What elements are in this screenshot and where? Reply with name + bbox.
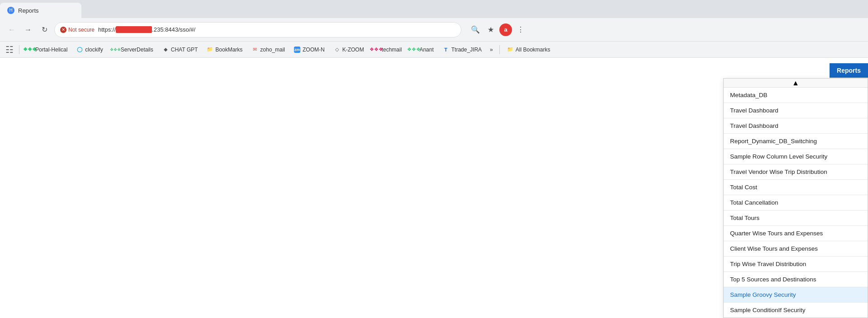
active-tab[interactable]: H Reports [0,3,81,18]
techmail-icon: ❖❖❖ [373,47,379,53]
portal-helical-label: Portal-Helical [35,47,67,53]
k-zoom-icon: ◇ [334,47,340,53]
not-secure-label: Not secure [68,27,95,33]
clockify-icon: ◯ [76,47,83,53]
dropdown-item-travel-vendor-wise[interactable]: Travel Vendor Wise Trip Distribution [724,164,868,180]
dropdown-item-total-tours[interactable]: Total Tours [724,210,868,226]
dropdown-item-sample-row-column[interactable]: Sample Row Column Level Security [724,149,868,164]
all-bookmarks-label: All Bookmarks [516,47,550,53]
dropdown-item-report-dynamic-db[interactable]: Report_Dynamic_DB_Switching [724,134,868,149]
bookmark-chat-gpt[interactable]: ◆ CHAT GPT [159,45,202,54]
sample-groovy-label: Sample Groovy Security [730,291,796,298]
top-5-sources-label: Top 5 Sources and Destinations [730,276,816,283]
profile-button[interactable]: a [499,23,512,36]
dropdown-item-sample-condition-if[interactable]: Sample ConditionIf Security [724,303,868,318]
travel-dashboard-1-label: Travel Dashboard [730,107,778,114]
bookmark-zoom-n[interactable]: zm ZOOM-N [290,45,328,54]
bookmark-bookmarks[interactable]: 📁 BookMarks [203,45,246,54]
anant-icon: ❖❖❖ [411,47,417,53]
bookmark-star-button[interactable]: ★ [484,23,498,37]
bookmark-zoho-mail[interactable]: ✉ zoho_mail [248,45,289,54]
zoho-mail-icon: ✉ [251,47,258,53]
bookmarks-label: BookMarks [215,47,242,53]
zoom-n-label: ZOOM-N [303,47,325,53]
tab-label: Reports [18,7,39,14]
client-wise-tours-label: Client Wise Tours and Expenses [730,245,818,252]
reports-dropdown: ▲ Metadata_DB Travel Dashboard Travel Da… [723,78,868,318]
bookmark-portal-helical[interactable]: ❖❖❖ Portal-Helical [23,45,71,54]
zoho-mail-label: zoho_mail [260,47,285,53]
trip-wise-travel-label: Trip Wise Travel Distribution [730,261,806,267]
travel-vendor-wise-label: Travel Vendor Wise Trip Distribution [730,168,827,175]
browser-chrome: H Reports ← → ↻ ✕ Not secure https:// .2… [0,0,868,58]
chat-gpt-label: CHAT GPT [171,47,198,53]
server-details-label: ServerDetails [121,47,153,53]
dropdown-item-trip-wise-travel[interactable]: Trip Wise Travel Distribution [724,257,868,272]
dropdown-item-travel-dashboard-2[interactable]: Travel Dashboard [724,118,868,134]
chatgpt-icon: ◆ [162,47,169,53]
k-zoom-label: K-ZOOM [342,47,364,53]
menu-button[interactable]: ⋮ [514,23,527,37]
dropdown-item-quarter-wise-tours[interactable]: Quarter Wise Tours and Expenses [724,226,868,241]
clockify-label: clockify [85,47,103,53]
sample-condition-if-label: Sample ConditionIf Security [730,307,806,313]
bookmark-techmail[interactable]: ❖❖❖ techmail [370,45,406,54]
search-button[interactable]: 🔍 [469,23,482,37]
dropdown-item-top-5-sources[interactable]: Top 5 Sources and Destinations [724,272,868,287]
total-tours-label: Total Tours [730,215,759,221]
ttrade-jira-label: Ttrade_JIRA [451,47,482,53]
dropdown-item-client-wise-tours[interactable]: Client Wise Tours and Expenses [724,241,868,257]
anant-label: Anant [419,47,433,53]
dropdown-item-sample-groovy[interactable]: Sample Groovy Security [724,287,868,303]
not-secure-badge: ✕ Not secure [60,27,95,33]
dropdown-item-metadata-db[interactable]: Metadata_DB [724,88,868,103]
bookmark-clockify[interactable]: ◯ clockify [73,45,106,54]
metadata-db-label: Metadata_DB [730,92,768,98]
not-secure-icon: ✕ [60,27,66,33]
ttrade-jira-icon: T [443,47,449,53]
bookmarks-bar: ☷ ❖❖❖ Portal-Helical ◯ clockify ❖❖❖ Serv… [0,42,868,58]
bookmark-anant[interactable]: ❖❖❖ Anant [407,45,437,54]
sample-row-column-label: Sample Row Column Level Security [730,153,827,160]
dropdown-scroll-up[interactable]: ▲ [724,79,868,88]
bookmarks-icon: 📁 [207,47,213,53]
nav-icons: 🔍 ★ a ⋮ [469,23,527,37]
quarter-wise-tours-label: Quarter Wise Tours and Expenses [730,230,823,237]
reload-button[interactable]: ↻ [38,23,51,36]
bookmark-server-details[interactable]: ❖❖❖ ServerDetails [109,45,157,54]
reports-button[interactable]: Reports [830,63,868,78]
apps-icon[interactable]: ☷ [5,44,14,55]
bookmark-ttrade-jira[interactable]: T Ttrade_JIRA [439,45,485,54]
zoom-n-icon: zm [294,47,300,53]
url-text: https:// .235:8443/sso/#/ [98,26,195,33]
dropdown-item-travel-dashboard-1[interactable]: Travel Dashboard [724,103,868,118]
scroll-up-icon: ▲ [792,79,799,87]
total-cost-label: Total Cost [730,184,757,191]
main-content: Reports ▲ Metadata_DB Travel Dashboard T… [0,58,868,318]
address-bar[interactable]: ✕ Not secure https:// .235:8443/sso/#/ [54,22,461,37]
nav-bar: ← → ↻ ✕ Not secure https:// .235:8443/ss… [0,18,868,42]
tab-favicon: H [7,7,14,14]
travel-dashboard-2-label: Travel Dashboard [730,122,778,129]
all-bookmarks-separator [499,45,500,54]
back-button[interactable]: ← [5,23,18,36]
total-cancellation-label: Total Cancellation [730,199,778,206]
tab-bar: H Reports [0,0,868,18]
all-bookmarks[interactable]: 📁 All Bookmarks [503,45,554,54]
dropdown-item-total-cancellation[interactable]: Total Cancellation [724,195,868,210]
dropdown-item-total-cost[interactable]: Total Cost [724,180,868,195]
more-bookmarks-button[interactable]: » [487,45,496,54]
report-dynamic-db-label: Report_Dynamic_DB_Switching [730,138,817,145]
techmail-label: techmail [382,47,402,53]
forward-button[interactable]: → [22,23,34,36]
bookmark-k-zoom[interactable]: ◇ K-ZOOM [330,45,368,54]
bookmarks-separator [19,45,19,54]
all-bookmarks-icon: 📁 [507,47,513,53]
server-details-icon: ❖❖❖ [112,47,119,53]
portal-helical-icon: ❖❖❖ [27,47,33,53]
